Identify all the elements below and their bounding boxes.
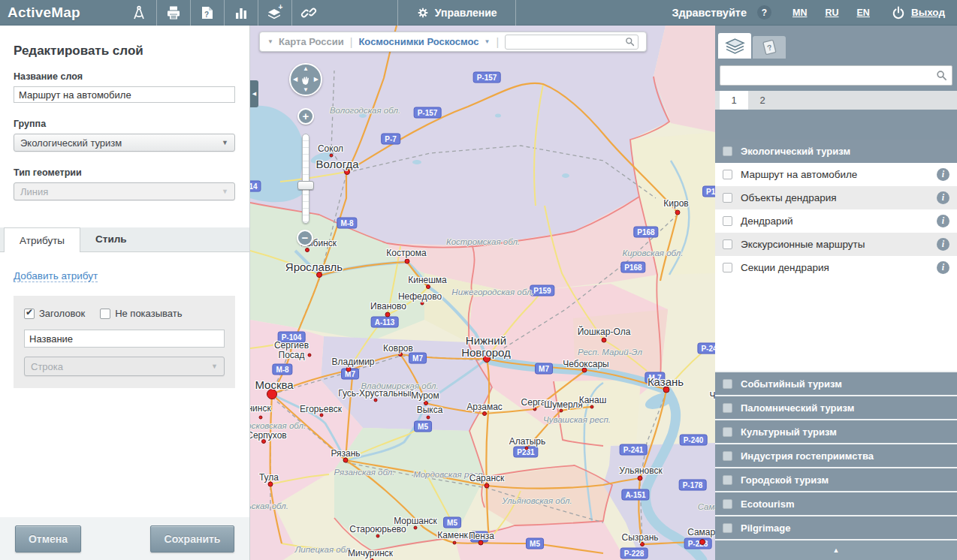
group-label: Культурный туризм [741,426,837,438]
layer-info-icon[interactable]: i [937,168,949,181]
add-attribute-link[interactable]: Добавить атрибут [14,270,98,282]
layer-row[interactable]: Маршрут на автомобилеi [715,163,957,186]
layer-info-icon[interactable]: i [937,238,949,251]
group-checkbox[interactable] [723,451,732,461]
base-layer-select[interactable]: ▼ Карта России [267,36,344,47]
print-icon[interactable] [156,0,190,26]
group-checkbox[interactable] [723,523,732,533]
region-label: Вологодская обл. [330,106,400,115]
layer-info-icon[interactable]: i [937,191,949,204]
measure-icon[interactable] [122,0,156,26]
title-checkbox[interactable] [24,309,35,319]
group-header[interactable]: Индустрия гостеприимства [715,443,957,467]
road-badge: М5 [526,538,544,549]
layer-checkbox[interactable] [723,263,732,272]
layer-row[interactable]: Дендрарийi [715,209,957,233]
group-header[interactable]: Паломнический туризм [715,395,957,419]
city-dot [453,541,457,545]
city-dot [590,405,594,409]
city-label: Гусь-Хрустальный [338,388,414,399]
group-header[interactable]: Городской туризм [715,467,957,491]
map-area[interactable]: Р-157Р-157Р-7М-8Р168Р168Р159Р15Р-104А-11… [250,26,715,560]
city-label: Киров [663,198,688,209]
greeting-text: Здравствуйте [672,7,747,19]
road-badge: М-8 [272,364,292,375]
attribute-name-field[interactable] [24,330,225,348]
tab-layers[interactable] [718,33,751,59]
layer-checkbox[interactable] [723,216,732,226]
road-badge: Р-240 [680,435,708,446]
zoom-slider-handle[interactable] [297,181,314,190]
help-badge[interactable]: ? [757,5,771,20]
group-header[interactable]: Pilgrimage [715,515,957,539]
hide-checkbox[interactable] [100,309,110,319]
layer-checkbox[interactable] [723,239,732,249]
city-label: Егорьевск [300,404,342,414]
group-checkbox[interactable] [723,146,732,156]
add-layer-icon[interactable]: + [258,0,291,26]
link-icon[interactable] [291,0,325,26]
pan-right-icon[interactable]: ▶ [314,77,318,83]
collapse-panel-tab[interactable]: ◀ [250,80,258,107]
chevron-down-icon: ▼ [222,139,228,146]
group-label: Pilgrimage [741,522,790,534]
city-label: Сергиев Посад [265,341,318,360]
tab-legend[interactable]: ? [753,36,786,59]
group-checkbox[interactable] [723,403,732,413]
management-button[interactable]: Управление [397,0,516,26]
group-checkbox[interactable] [723,379,732,389]
layer-search-input[interactable] [725,70,936,81]
layer-row[interactable]: Экскурсионные маршрутыi [715,233,957,256]
page-tab-2[interactable]: 2 [748,91,777,110]
cancel-button[interactable]: Отмена [15,525,81,552]
tab-style[interactable]: Стиль [80,227,142,251]
pan-down-icon[interactable]: ▼ [303,87,309,93]
region-label: Костромская обл. [446,237,520,246]
layer-row[interactable]: Объекты дендрарияi [715,186,957,209]
group-header[interactable]: Экологический туризм [715,140,957,163]
lang-link-en[interactable]: EN [857,8,870,18]
road-badge: 14 [250,181,261,192]
hand-icon [300,74,312,86]
chart-icon[interactable] [224,0,258,26]
pan-up-icon[interactable]: ▲ [303,66,309,72]
layer-info-icon[interactable]: i [937,215,949,227]
group-checkbox[interactable] [723,475,732,485]
report-icon[interactable]: ? [190,0,224,26]
save-button[interactable]: Сохранить [150,525,234,552]
city-dot [699,539,705,545]
overlay-layer-select[interactable]: Космоснимки Роскосмос ▼ [358,36,490,47]
city-label: Мичуринск [348,548,393,558]
layer-row[interactable]: Секции дендрарияi [715,256,957,279]
page-tab-1[interactable]: 1 [720,91,748,110]
map-search-input[interactable] [509,37,625,47]
search-icon [625,37,635,47]
group-checkbox[interactable] [723,499,732,509]
city-label: Шумерля [544,399,583,410]
search-icon [936,70,947,81]
group-header[interactable]: Культурный туризм [715,419,957,443]
city-label: Пенза [469,531,494,541]
logout-button[interactable]: Выход [891,5,945,20]
tab-attributes[interactable]: Атрибуты [4,227,80,252]
lang-link-ru[interactable]: RU [825,8,838,18]
layer-info-icon[interactable]: i [937,261,949,274]
pan-left-icon[interactable]: ◀ [293,77,297,83]
zoom-out-button[interactable]: − [297,230,313,246]
scroll-up-button[interactable]: ▲ [715,539,957,560]
city-label: Казань [648,375,684,388]
group-checkbox[interactable] [723,427,732,437]
layer-name-field[interactable] [14,86,235,103]
zoom-slider[interactable] [302,134,309,224]
legend-icon: ? [759,39,780,56]
group-header[interactable]: Ecotourism [715,491,957,515]
layer-checkbox[interactable] [723,170,732,179]
group-select[interactable]: Экологический туризм ▼ [14,134,235,152]
layer-checkbox[interactable] [723,193,732,203]
lang-link-mn[interactable]: MN [792,8,807,18]
pan-control[interactable]: ▲ ▼ ◀ ▶ [289,63,322,96]
group-header[interactable]: Событийный туризм [715,371,957,395]
zoom-in-button[interactable]: + [297,108,314,125]
map-labels-layer: Р-157Р-157Р-7М-8Р168Р168Р159Р15Р-104А-11… [250,26,715,560]
chevron-down-icon: ▼ [485,38,491,45]
